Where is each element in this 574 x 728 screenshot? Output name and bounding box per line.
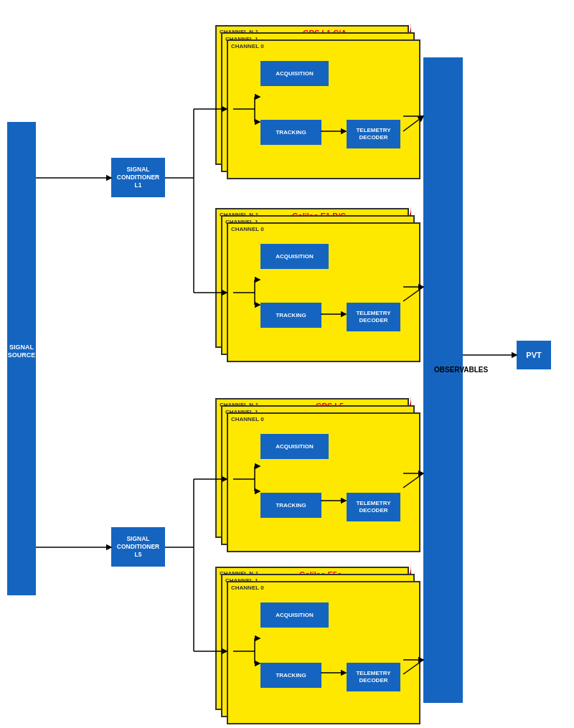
galileo-e5a-acquisition: ACQUISITION [260, 602, 329, 628]
diagram-container: SIGNALSOURCE OBSERVABLES PVT SIGNALCONDI… [0, 0, 574, 728]
observables-label: OBSERVABLES [434, 366, 488, 374]
gps-l5-channel-0-label: CHANNEL 0 [231, 416, 264, 422]
gps-l5-card-0: CHANNEL 0 ACQUISITION TRACKING TELEMETRY… [227, 412, 420, 552]
signal-source-label: SIGNALSOURCE [7, 326, 36, 377]
gps-l1-tracking: TRACKING [260, 120, 321, 145]
gps-l5-telemetry-decoder: TELEMETRYDECODER [347, 493, 400, 521]
pvt-box: PVT [517, 341, 551, 369]
signal-conditioner-l5: SIGNALCONDITIONERL5 [111, 527, 165, 567]
galileo-e1-telemetry-decoder: TELEMETRYDECODER [347, 303, 400, 331]
galileo-e1-tracking: TRACKING [260, 303, 321, 328]
galileo-e1-acquisition: ACQUISITION [260, 244, 329, 269]
galileo-e1-channel-0-label: CHANNEL 0 [231, 226, 264, 232]
gps-l1-acquisition: ACQUISITION [260, 61, 329, 86]
gps-l5-acquisition: ACQUISITION [260, 434, 329, 459]
observables-bar [423, 57, 463, 703]
galileo-e5a-card-0: CHANNEL 0 ACQUISITION TRACKING TELEMETRY… [227, 581, 420, 724]
gps-l1-telemetry-decoder: TELEMETRYDECODER [347, 120, 400, 148]
gps-l5-tracking: TRACKING [260, 493, 321, 518]
signal-conditioner-l1: SIGNALCONDITIONERL1 [111, 158, 165, 197]
galileo-e1-card-0: CHANNEL 0 ACQUISITION TRACKING TELEMETRY… [227, 222, 420, 362]
gps-l1-card-0: CHANNEL 0 ACQUISITION TRACKING TELEMETRY… [227, 39, 420, 179]
galileo-e5a-telemetry-decoder: TELEMETRYDECODER [347, 663, 400, 691]
gps-l1-channel-0-label: CHANNEL 0 [231, 43, 264, 49]
galileo-e5a-tracking: TRACKING [260, 663, 321, 688]
galileo-e5a-channel-0-label: CHANNEL 0 [231, 585, 264, 591]
